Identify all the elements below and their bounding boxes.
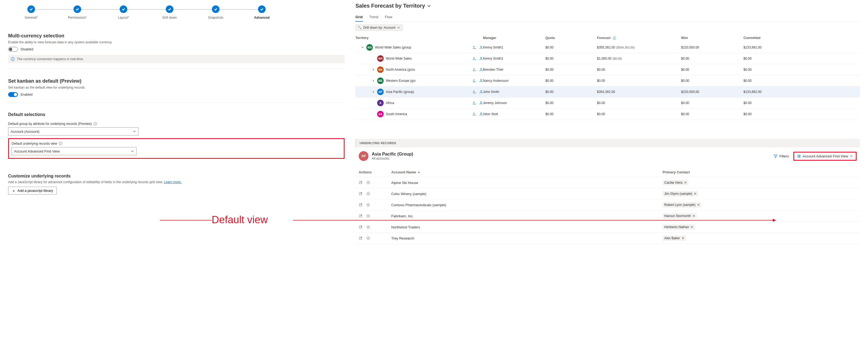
svg-rect-21 <box>798 155 798 155</box>
won-cell: $0.00 <box>681 57 743 61</box>
won-cell: $0.00 <box>681 68 743 72</box>
manager-cell: Nancy Andersson <box>483 79 546 83</box>
forecast-row[interactable]: WS World Wide Sales (group Kenny Smith1 … <box>355 42 860 53</box>
expand-caret-icon[interactable] <box>372 79 375 82</box>
step-label: Layout* <box>118 16 129 20</box>
col-quota[interactable]: Quota <box>546 36 597 40</box>
underlying-row[interactable]: Coho Winery (sample) Jim Glynn (sample) … <box>355 188 860 199</box>
open-icon[interactable] <box>359 225 363 229</box>
col-won[interactable]: Won <box>681 36 743 40</box>
share-icon[interactable] <box>473 79 476 83</box>
default-group-select[interactable]: Account (Account) <box>8 127 138 136</box>
territory-name: Asia Pacific (group) <box>386 90 414 94</box>
remove-chip-icon[interactable]: ✕ <box>692 214 695 218</box>
forecast-row[interactable]: NA North America (grou Brenden Thiel $0.… <box>355 64 860 75</box>
wizard-step[interactable]: Drill down <box>147 5 193 20</box>
add-icon[interactable] <box>366 181 370 184</box>
remove-chip-icon[interactable]: ✕ <box>690 225 693 229</box>
remove-chip-icon[interactable]: ✕ <box>694 192 696 196</box>
territory-avatar: WS <box>366 44 373 51</box>
remove-chip-icon[interactable]: ✕ <box>684 181 687 184</box>
user-icon[interactable] <box>479 57 483 61</box>
filters-button[interactable]: Filters <box>774 154 789 158</box>
wizard-step[interactable]: Permissions* <box>54 5 100 20</box>
expand-caret-icon[interactable] <box>372 91 375 93</box>
chevron-down-icon <box>850 154 853 158</box>
add-icon[interactable] <box>366 203 370 207</box>
share-icon[interactable] <box>473 101 476 105</box>
contact-chip[interactable]: Haroun Stormonth ✕ <box>662 213 697 219</box>
svg-point-20 <box>480 113 482 114</box>
user-icon[interactable] <box>479 79 483 83</box>
expand-caret-icon[interactable] <box>361 46 364 49</box>
user-icon[interactable] <box>479 112 483 116</box>
col-committed[interactable]: Committed <box>743 36 784 40</box>
wizard-step[interactable]: General* <box>8 5 54 20</box>
contact-chip[interactable]: Robert Lyon (sample) ✕ <box>662 202 702 208</box>
chevron-down-icon[interactable] <box>427 4 431 8</box>
col-forecast[interactable]: Forecast <box>597 36 681 40</box>
forecast-row[interactable]: WS World Wide Sales Kenny Smith1 $0.00 $… <box>355 53 860 64</box>
add-js-library-button[interactable]: ＋ Add a javascript library <box>8 187 57 195</box>
view-selector[interactable]: Account Advanced Find View <box>794 152 857 161</box>
open-icon[interactable] <box>359 181 363 184</box>
multi-currency-toggle[interactable] <box>8 47 18 52</box>
underlying-row[interactable]: Northwind Traders Heriberto Nathan ✕ <box>355 221 860 233</box>
add-icon[interactable] <box>366 225 370 229</box>
forecast-tab[interactable]: Flow <box>385 13 392 22</box>
open-icon[interactable] <box>359 192 363 196</box>
open-icon[interactable] <box>359 214 363 218</box>
share-icon[interactable] <box>473 68 476 72</box>
col-account-name[interactable]: Account Name <box>391 170 662 174</box>
remove-chip-icon[interactable]: ✕ <box>682 236 684 240</box>
share-icon[interactable] <box>473 112 476 116</box>
kanban-toggle[interactable] <box>8 92 18 97</box>
svg-point-16 <box>480 68 482 70</box>
wizard-step[interactable]: Snapshots <box>193 5 239 20</box>
forecast-cell: $1,000.00($0.00) <box>597 57 681 61</box>
svg-point-12 <box>614 37 615 37</box>
default-view-select[interactable]: Account Advanced Find View <box>12 147 136 155</box>
drilldown-pill[interactable]: Drill down by: Account <box>355 25 403 31</box>
col-manager[interactable]: Manager <box>483 36 546 40</box>
info-icon <box>93 122 97 126</box>
territory-avatar: WS <box>377 55 384 62</box>
add-icon[interactable] <box>366 192 370 196</box>
underlying-row[interactable]: Trey Research Alex Baker ✕ <box>355 233 860 244</box>
wizard-step[interactable]: Layout* <box>100 5 147 20</box>
forecast-row[interactable]: AP Asia Pacific (group) John Smith $0.00… <box>355 86 860 98</box>
contact-chip[interactable]: Jim Glynn (sample) ✕ <box>662 191 698 197</box>
share-icon[interactable] <box>473 45 476 49</box>
open-icon[interactable] <box>359 203 363 207</box>
contact-chip[interactable]: Alex Baker ✕ <box>662 236 686 241</box>
manager-cell: John Smith <box>483 90 546 94</box>
underlying-row[interactable]: Fabrikam, Inc. Haroun Stormonth ✕ <box>355 210 860 221</box>
territory-name: Western Europe (grc <box>386 79 416 83</box>
add-icon[interactable] <box>366 214 370 218</box>
add-icon[interactable] <box>366 236 370 240</box>
contact-chip[interactable]: Heriberto Nathan ✕ <box>662 224 695 230</box>
contact-chip[interactable]: Cacilia Viera ✕ <box>662 180 688 185</box>
default-selections-title: Default selections <box>8 112 345 117</box>
user-icon[interactable] <box>479 68 483 72</box>
user-icon[interactable] <box>479 45 483 49</box>
open-icon[interactable] <box>359 236 363 240</box>
underlying-row[interactable]: Alpine Ski House Cacilia Viera ✕ <box>355 177 860 188</box>
wizard-step[interactable]: Advanced <box>239 5 285 20</box>
share-icon[interactable] <box>473 57 476 61</box>
remove-chip-icon[interactable]: ✕ <box>697 203 700 207</box>
forecast-row[interactable]: A Africa Jeremy Johnson $0.00 $0.00 $0.0… <box>355 98 860 109</box>
svg-point-10 <box>360 28 362 29</box>
forecast-tab[interactable]: Grid <box>355 13 363 22</box>
col-primary-contact[interactable]: Primary Contact <box>662 170 766 174</box>
col-territory[interactable]: Territory <box>355 36 483 40</box>
forecast-tab[interactable]: Trend <box>369 13 378 22</box>
forecast-row[interactable]: WE Western Europe (grc Nancy Andersson $… <box>355 75 860 86</box>
share-icon[interactable] <box>473 90 476 94</box>
learn-more-link[interactable]: Learn more. <box>164 180 182 184</box>
expand-caret-icon[interactable] <box>372 68 375 71</box>
user-icon[interactable] <box>479 90 483 94</box>
forecast-row[interactable]: SA South America Alton Stott $0.00 $0.00… <box>355 109 860 120</box>
underlying-row[interactable]: Contoso Pharmaceuticals (sample) Robert … <box>355 199 860 210</box>
user-icon[interactable] <box>479 101 483 105</box>
